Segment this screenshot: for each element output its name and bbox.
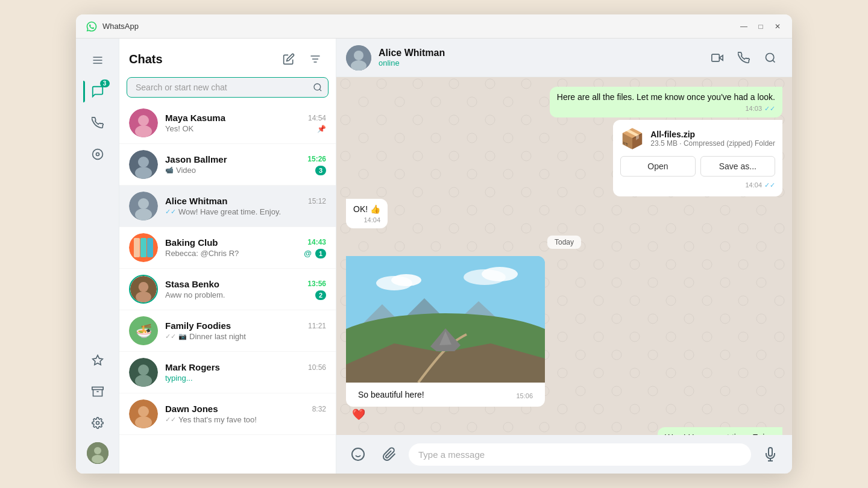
svg-point-36 bbox=[138, 364, 149, 375]
maximize-button[interactable]: □ bbox=[756, 22, 766, 31]
chat-info-jason: Jason Ballmer 15:26 📹 Video 3 bbox=[165, 154, 326, 175]
emoji-button[interactable] bbox=[346, 442, 370, 466]
svg-point-24 bbox=[138, 198, 149, 209]
file-time: 14:04 bbox=[745, 181, 762, 189]
chat-time-family: 11:21 bbox=[308, 322, 326, 330]
chat-info-maya: Maya Kasuma 14:54 Yes! OK 📌 bbox=[165, 113, 326, 133]
photo-caption: So beautiful here! bbox=[358, 390, 424, 399]
svg-point-55 bbox=[482, 267, 518, 281]
photo-image[interactable] bbox=[346, 256, 545, 383]
avatar-maya bbox=[129, 108, 158, 137]
open-file-button[interactable]: Open bbox=[620, 156, 695, 177]
chat-name-baking: Baking Club bbox=[165, 237, 218, 248]
nav-menu-button[interactable] bbox=[83, 46, 112, 75]
save-file-button[interactable]: Save as... bbox=[700, 156, 775, 177]
chat-header-avatar[interactable] bbox=[346, 45, 371, 70]
message-check-1: ✓✓ bbox=[764, 105, 775, 113]
svg-rect-45 bbox=[712, 54, 720, 61]
search-input[interactable] bbox=[127, 77, 329, 98]
chat-item-baking[interactable]: Baking Club 14:43 Rebecca: @Chris R? @ 1 bbox=[119, 227, 336, 269]
attach-button[interactable] bbox=[377, 442, 401, 466]
whatsapp-logo bbox=[86, 20, 98, 33]
chat-item-alice[interactable]: Alice Whitman 15:12 ✓✓ Wow! Have great t… bbox=[119, 186, 336, 227]
avatar-alice bbox=[129, 192, 158, 221]
nav-chats-button[interactable]: 3 bbox=[83, 77, 112, 106]
svg-point-19 bbox=[135, 125, 152, 137]
svg-point-53 bbox=[391, 274, 421, 286]
badge-stasa: 2 bbox=[315, 290, 326, 300]
chat-item-jason[interactable]: Jason Ballmer 15:26 📹 Video 3 bbox=[119, 144, 336, 186]
chat-list-header-icons bbox=[278, 48, 326, 70]
chat-info-family: Family Foodies 11:21 ✓✓ 📷 Dinner last ni… bbox=[165, 321, 326, 341]
user-avatar[interactable] bbox=[87, 442, 108, 464]
chats-badge: 3 bbox=[100, 80, 110, 87]
check-family: ✓✓ bbox=[165, 333, 176, 340]
close-button[interactable]: ✕ bbox=[773, 22, 782, 31]
chat-info-baking: Baking Club 14:43 Rebecca: @Chris R? @ 1 bbox=[165, 237, 326, 258]
message-file-1: 📦 All-files.zip 23.5 MB · Compressed (zi… bbox=[613, 120, 782, 196]
search-icon bbox=[313, 83, 322, 92]
search-chat-button[interactable] bbox=[758, 46, 782, 70]
svg-point-18 bbox=[138, 115, 149, 126]
chat-time-maya: 14:54 bbox=[308, 114, 326, 122]
svg-marker-5 bbox=[92, 355, 102, 365]
minimize-button[interactable]: — bbox=[739, 22, 749, 31]
svg-point-32 bbox=[136, 292, 151, 302]
message-sent-2: Wow! Have great time. Enjoy. 15:12 ✓✓ bbox=[658, 427, 782, 435]
video-call-button[interactable] bbox=[705, 46, 729, 70]
message-time-1: 14:03 bbox=[745, 105, 762, 112]
day-divider: Today bbox=[547, 236, 581, 249]
nav-settings-button[interactable] bbox=[83, 408, 112, 437]
mic-button[interactable] bbox=[758, 442, 782, 466]
avatar-family: 🍜 bbox=[129, 316, 158, 345]
app-title: WhatsApp bbox=[102, 22, 739, 31]
chat-list-header: Chats bbox=[119, 39, 336, 75]
chat-header: Alice Whitman online bbox=[336, 39, 792, 77]
message-input-bar bbox=[336, 435, 792, 474]
svg-point-21 bbox=[138, 157, 149, 167]
chat-info-alice: Alice Whitman 15:12 ✓✓ Wow! Have great t… bbox=[165, 196, 326, 216]
message-time-ok: 14:04 bbox=[363, 216, 380, 224]
chat-item-family[interactable]: 🍜 Family Foodies 11:21 ✓✓ 📷 Dinner last … bbox=[119, 310, 336, 352]
chat-time-stasa: 13:56 bbox=[307, 280, 326, 288]
filter-button[interactable] bbox=[304, 48, 326, 70]
message-input[interactable] bbox=[409, 443, 751, 466]
nav-calls-button[interactable] bbox=[83, 108, 112, 137]
nav-archive-button[interactable] bbox=[83, 377, 112, 406]
voice-call-button[interactable] bbox=[732, 46, 756, 70]
chat-name-alice: Alice Whitman bbox=[165, 196, 227, 206]
chat-item-dawn[interactable]: Dawn Jones 8:32 ✓✓ Yes that's my fave to… bbox=[119, 393, 336, 435]
check-alice: ✓✓ bbox=[165, 208, 176, 216]
photo-reaction[interactable]: ❤️ bbox=[346, 407, 545, 425]
svg-point-22 bbox=[135, 167, 152, 179]
nav-starred-button[interactable] bbox=[83, 346, 112, 375]
chat-info-stasa: Stasa Benko 13:56 Aww no problem. 2 bbox=[165, 279, 326, 300]
badge-jason: 3 bbox=[315, 166, 326, 175]
svg-line-47 bbox=[773, 60, 775, 62]
window-controls: — □ ✕ bbox=[739, 22, 782, 31]
chat-preview-dawn: Yes that's my fave too! bbox=[178, 415, 326, 424]
new-chat-button[interactable] bbox=[278, 48, 300, 70]
chat-name-dawn: Dawn Jones bbox=[165, 404, 218, 414]
svg-point-60 bbox=[352, 448, 364, 460]
svg-rect-28 bbox=[140, 238, 146, 257]
chat-header-info: Alice Whitman online bbox=[379, 48, 698, 67]
svg-marker-44 bbox=[719, 55, 723, 60]
chat-item-maya[interactable]: Maya Kasuma 14:54 Yes! OK 📌 bbox=[119, 102, 336, 144]
photo-time: 15:06 bbox=[516, 392, 533, 399]
chat-preview-alice: Wow! Have great time. Enjoy. bbox=[178, 207, 326, 216]
svg-text:🍜: 🍜 bbox=[136, 323, 153, 339]
nav-status-button[interactable] bbox=[83, 140, 112, 169]
check-dawn: ✓✓ bbox=[165, 416, 176, 424]
badge-baking: 1 bbox=[315, 249, 326, 258]
chat-info-dawn: Dawn Jones 8:32 ✓✓ Yes that's my fave to… bbox=[165, 404, 326, 424]
photo-caption-area: So beautiful here! 15:06 bbox=[346, 383, 545, 407]
file-icon: 📦 bbox=[620, 127, 644, 150]
title-bar: WhatsApp — □ ✕ bbox=[76, 14, 792, 39]
svg-rect-6 bbox=[92, 387, 102, 390]
chat-item-stasa[interactable]: Stasa Benko 13:56 Aww no problem. 2 bbox=[119, 269, 336, 310]
svg-point-39 bbox=[138, 406, 149, 417]
message-text-ok: OK! 👍 bbox=[353, 204, 380, 216]
chat-item-mark[interactable]: Mark Rogers 10:56 typing... bbox=[119, 352, 336, 393]
chat-list-panel: Chats bbox=[119, 39, 336, 474]
